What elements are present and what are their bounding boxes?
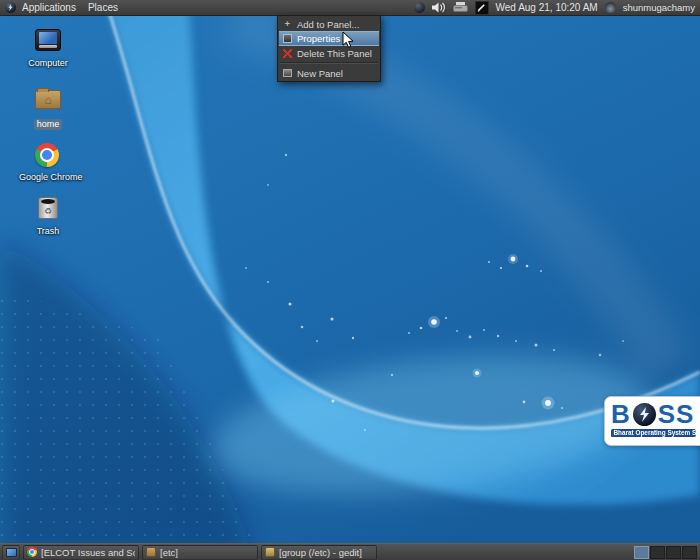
- boss-wallpaper-logo: B SS Bharat Operating System Solu: [604, 396, 700, 446]
- icon-label: Google Chrome: [19, 172, 77, 183]
- computer-icon: [35, 29, 61, 51]
- logo-letters-ss: SS: [658, 401, 695, 427]
- desktop-wallpaper: [0, 0, 700, 560]
- menu-applications[interactable]: Applications: [16, 0, 82, 15]
- workspace-2[interactable]: [650, 546, 665, 559]
- workspace-switcher: [634, 546, 697, 559]
- icon-label: Computer: [19, 58, 77, 69]
- user-orb-icon[interactable]: [605, 2, 616, 13]
- desktop-icon-google-chrome[interactable]: Google Chrome: [19, 142, 77, 183]
- icon-label: Trash: [19, 226, 77, 237]
- globe-lightning-icon: [633, 403, 656, 426]
- desktop-icon-home[interactable]: ⌂ home: [19, 85, 77, 130]
- gedit-icon: [265, 547, 275, 557]
- delete-x-icon: [283, 49, 292, 58]
- clock[interactable]: Wed Aug 21, 10:20 AM: [496, 2, 598, 13]
- show-desktop-button[interactable]: [2, 545, 20, 560]
- home-folder-icon: ⌂: [35, 90, 61, 109]
- workspace-1[interactable]: [634, 546, 649, 559]
- task-label: [group (/etc) - gedit]: [279, 547, 362, 558]
- new-panel-icon: [283, 69, 292, 78]
- plus-icon: +: [283, 20, 292, 29]
- menu-separator: [280, 62, 378, 64]
- desktop-icon-trash[interactable]: ♻ Trash: [19, 195, 77, 237]
- username[interactable]: shunmugachamy: [623, 2, 695, 13]
- menu-item-label: New Panel: [297, 68, 343, 79]
- menu-places[interactable]: Places: [82, 0, 124, 15]
- menu-item-label: Add to Panel...: [297, 19, 359, 30]
- menu-item-label: Properties: [297, 33, 340, 44]
- system-tray: Wed Aug 21, 10:20 AM shunmugachamy: [414, 1, 695, 15]
- task-label: [etc]: [160, 547, 178, 558]
- folder-icon: [146, 547, 156, 557]
- task-button-elcot[interactable]: [ELCOT Issues and So...: [23, 545, 139, 560]
- bottom-panel: [ELCOT Issues and So... [etc] [group (/e…: [0, 543, 700, 560]
- desktop-icon-computer[interactable]: Computer: [19, 27, 77, 69]
- trash-icon: ♻: [38, 197, 58, 219]
- workspace-4[interactable]: [682, 546, 697, 559]
- menu-item-label: Delete This Panel: [297, 48, 372, 59]
- logo-subtitle: Bharat Operating System Solu: [611, 429, 696, 437]
- workspace-3[interactable]: [666, 546, 681, 559]
- show-desktop-icon: [6, 548, 17, 557]
- icon-label: home: [34, 119, 63, 130]
- properties-icon: [283, 34, 292, 43]
- chrome-icon: [27, 547, 37, 557]
- menu-item-new-panel[interactable]: New Panel: [279, 66, 379, 80]
- task-button-gedit[interactable]: [group (/etc) - gedit]: [261, 545, 377, 560]
- panel-context-menu: + Add to Panel... Properties Delete This…: [277, 15, 381, 82]
- lightning-bolt-icon: [7, 4, 14, 11]
- mouse-cursor: [342, 31, 355, 49]
- boss-menu-icon[interactable]: [5, 2, 16, 13]
- top-panel: Applications Places Wed Aug 21, 10:20 AM…: [0, 0, 700, 16]
- status-orb-icon[interactable]: [414, 2, 425, 13]
- input-method-pencil-icon[interactable]: [475, 1, 489, 15]
- printer-icon[interactable]: [453, 2, 468, 13]
- menu-item-add-to-panel[interactable]: + Add to Panel...: [279, 17, 379, 31]
- chrome-icon: [35, 143, 59, 167]
- task-label: [ELCOT Issues and So...: [41, 547, 135, 558]
- menu-item-properties[interactable]: Properties: [279, 31, 379, 46]
- volume-icon[interactable]: [432, 2, 446, 13]
- logo-letter-b: B: [611, 401, 631, 427]
- task-button-etc[interactable]: [etc]: [142, 545, 258, 560]
- menu-item-delete-this-panel[interactable]: Delete This Panel: [279, 46, 379, 60]
